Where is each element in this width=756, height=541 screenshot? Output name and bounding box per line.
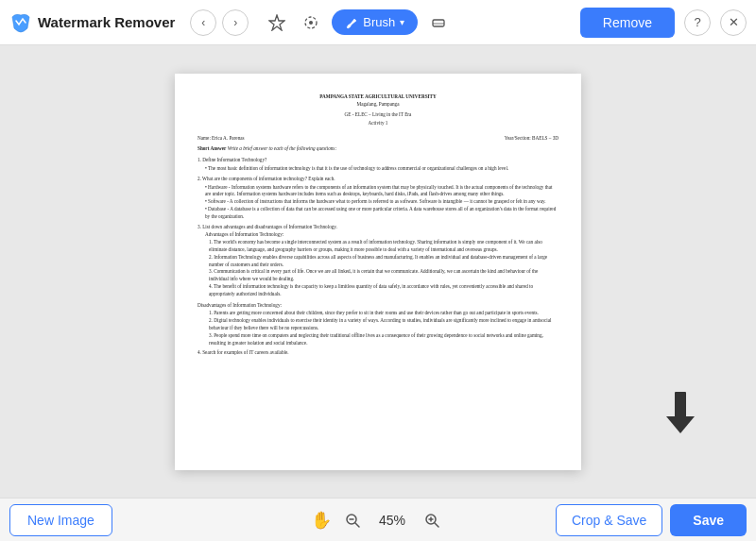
doc-university: PAMPANGA STATE AGRICULTURAL UNIVERSITY (198, 93, 558, 101)
doc-year: Year/Section: BAELS – 3D (505, 135, 558, 143)
zoom-level: 45% (373, 513, 411, 528)
app-logo-icon (9, 11, 32, 34)
brush-chevron-icon: ▾ (400, 17, 404, 27)
doc-questions: 1. Define Information Technology? • The … (198, 157, 558, 357)
eraser-tool-button[interactable] (423, 8, 454, 38)
zoom-out-button[interactable] (339, 507, 366, 533)
doc-activity: Activity 1 (198, 120, 558, 127)
forward-button[interactable]: › (222, 9, 249, 36)
eraser-icon (430, 14, 447, 31)
bottom-bar: New Image ✋ 45% Crop & Save Save (0, 498, 756, 541)
arrow-indicator (662, 390, 699, 441)
main-content: PAMPANGA STATE AGRICULTURAL UNIVERSITY M… (0, 45, 756, 498)
brush-label: Brush (363, 15, 395, 29)
tool-group (262, 8, 326, 38)
app-logo: Watermark Remover (9, 11, 175, 34)
close-button[interactable]: ✕ (720, 9, 747, 36)
svg-rect-2 (433, 20, 444, 26)
document-preview: PAMPANGA STATE AGRICULTURAL UNIVERSITY M… (175, 74, 581, 470)
crop-save-button[interactable]: Crop & Save (556, 504, 662, 536)
lasso-tool-button[interactable] (296, 8, 326, 38)
back-button[interactable]: ‹ (190, 9, 216, 36)
help-button[interactable]: ? (684, 9, 711, 36)
document-content: PAMPANGA STATE AGRICULTURAL UNIVERSITY M… (175, 74, 581, 378)
remove-button[interactable]: Remove (580, 8, 675, 38)
svg-line-12 (435, 523, 438, 527)
zoom-controls: ✋ 45% (311, 507, 445, 533)
zoom-in-icon (423, 512, 440, 529)
doc-short-answer-header: Short Answer Write a brief answer to eac… (198, 145, 558, 153)
doc-name: Name: Erica A. Parenas (198, 135, 245, 143)
toolbar: Watermark Remover ‹ › Brush ▾ Remove (0, 0, 756, 45)
svg-point-1 (309, 21, 313, 25)
zoom-in-button[interactable] (419, 507, 445, 533)
doc-address: Magalang, Pampanga (198, 101, 558, 109)
down-arrow-icon (662, 390, 699, 437)
svg-line-8 (355, 523, 359, 527)
new-image-button[interactable]: New Image (9, 504, 112, 536)
svg-marker-5 (666, 416, 695, 433)
star-tool-button[interactable] (262, 8, 292, 38)
lasso-icon (302, 14, 319, 31)
brush-tool-button[interactable]: Brush ▾ (332, 9, 418, 35)
save-button[interactable]: Save (670, 504, 747, 536)
svg-rect-4 (675, 392, 686, 418)
zoom-out-icon (344, 512, 361, 529)
brush-icon (345, 16, 358, 29)
app-title: Watermark Remover (38, 14, 175, 30)
right-actions: Crop & Save Save (556, 504, 747, 536)
star-icon (268, 14, 285, 31)
doc-subject: GE - ELEC – Living in the IT Era (198, 111, 558, 119)
hand-tool-icon[interactable]: ✋ (311, 510, 332, 531)
